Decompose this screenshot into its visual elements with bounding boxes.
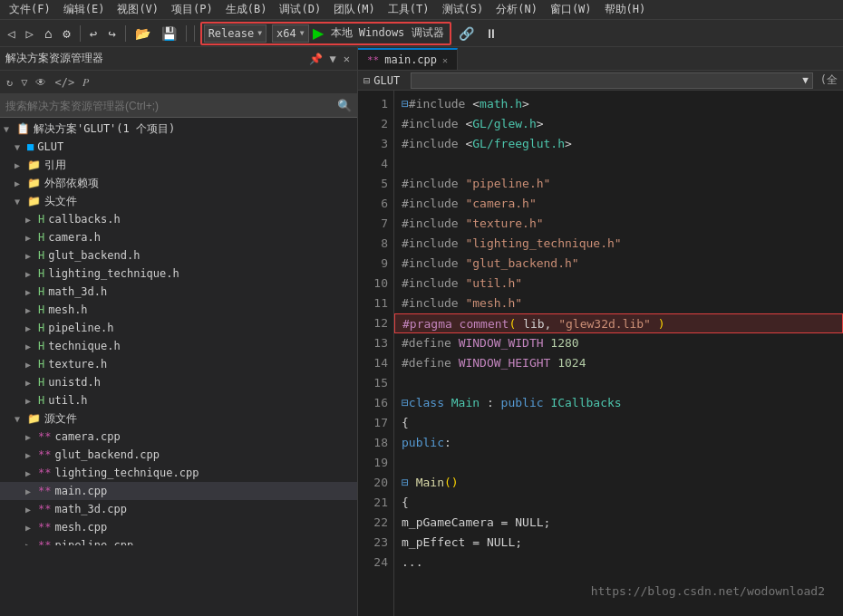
build-config-dropdown[interactable]: Release ▼ bbox=[204, 24, 266, 43]
code-editor: 123456789101112131415161718192021222324 … bbox=[358, 91, 843, 616]
filter-icon[interactable]: ▽ bbox=[18, 75, 30, 90]
toolbar-redo[interactable]: ↪ bbox=[104, 24, 119, 43]
code-line-7: #include "texture.h" bbox=[394, 214, 843, 234]
toolbar-config[interactable]: ⚙ bbox=[59, 24, 73, 43]
search-input[interactable] bbox=[5, 100, 337, 112]
sync-icon[interactable]: ↻ bbox=[4, 75, 15, 90]
toolbar-attach[interactable]: 🔗 bbox=[455, 24, 478, 43]
tab-close-icon[interactable]: ✕ bbox=[442, 55, 448, 65]
menu-build[interactable]: 生成(B) bbox=[220, 0, 273, 19]
tab-filename: main.cpp bbox=[384, 53, 437, 66]
arch-label: x64 bbox=[276, 27, 296, 40]
search-bar: 🔍 bbox=[0, 94, 357, 118]
menu-edit[interactable]: 编辑(E) bbox=[58, 0, 111, 19]
main-cpp-tab[interactable]: ** main.cpp ✕ bbox=[358, 48, 458, 70]
property-icon[interactable]: 𝑃 bbox=[80, 75, 92, 90]
tab-file-icon: ** bbox=[367, 54, 379, 66]
code-line-16: ⊟class Main : public ICallbacks bbox=[394, 393, 843, 413]
menu-project[interactable]: 项目(P) bbox=[166, 0, 218, 19]
code-line-1: ⊟#include <math.h> bbox=[394, 94, 843, 114]
sep3 bbox=[186, 25, 187, 42]
panel-menu-icon[interactable]: ▼ bbox=[328, 52, 338, 66]
code-line-5: #include "pipeline.h" bbox=[394, 174, 843, 194]
arch-dropdown[interactable]: x64 ▼ bbox=[272, 24, 309, 43]
menu-test[interactable]: 测试(S) bbox=[437, 0, 489, 19]
full-label: (全 bbox=[820, 72, 838, 88]
code-line-9: #include "glut_backend.h" bbox=[394, 254, 843, 274]
run-button[interactable]: ▶ bbox=[311, 24, 325, 42]
arch-arrow-icon: ▼ bbox=[300, 29, 305, 37]
project-item[interactable]: ▼■GLUT bbox=[0, 138, 357, 156]
toolbar-save[interactable]: 💾 bbox=[158, 24, 180, 43]
panel-toolbar: ↻ ▽ 👁 </> 𝑃 bbox=[0, 71, 357, 94]
menu-file[interactable]: 文件(F) bbox=[4, 0, 56, 19]
toolbar-pause[interactable]: ⏸ bbox=[481, 24, 501, 43]
code-line-12: #pragma comment( lib, "glew32d.lib" ) bbox=[394, 313, 843, 333]
editor-context: GLUT bbox=[373, 74, 400, 87]
editor-context-bar: ⊟ GLUT ▼ (全 bbox=[358, 71, 843, 91]
menu-debug[interactable]: 调试(D) bbox=[274, 0, 326, 19]
debug-label: 本地 Windows 调试器 bbox=[327, 25, 448, 41]
solution-root-item[interactable]: ▼📋解决方案'GLUT'(1 个项目) bbox=[0, 120, 357, 138]
menu-tools[interactable]: 工具(T) bbox=[383, 0, 435, 19]
dropdown-arrow-icon: ▼ bbox=[802, 74, 809, 86]
build-config-label: Release bbox=[208, 27, 255, 40]
code-line-22: m_pGameCamera = NULL; bbox=[394, 513, 843, 533]
config-arrow-icon: ▼ bbox=[257, 29, 262, 37]
code-line-14: #define WINDOW_HEIGHT 1024 bbox=[394, 353, 843, 373]
code-line-17: { bbox=[394, 413, 843, 433]
toolbar-home[interactable]: ⌂ bbox=[41, 24, 55, 43]
menu-team[interactable]: 团队(M) bbox=[328, 0, 381, 19]
panel-header: 解决方案资源管理器 📌 ▼ ✕ bbox=[0, 47, 357, 71]
code-line-15 bbox=[394, 373, 843, 393]
code-line-2: #include <GL/glew.h> bbox=[394, 114, 843, 134]
code-line-13: #define WINDOW_WIDTH 1280 bbox=[394, 333, 843, 353]
code-line-24: ... bbox=[394, 553, 843, 573]
code-line-8: #include "lighting_technique.h" bbox=[394, 234, 843, 254]
editor-panel: ** main.cpp ✕ ⊟ GLUT ▼ (全 12345678910111… bbox=[358, 47, 843, 616]
editor-context-dropdown[interactable]: ▼ bbox=[411, 72, 813, 89]
code-line-21: { bbox=[394, 493, 843, 513]
code-line-3: #include <GL/freeglut.h> bbox=[394, 134, 843, 154]
line-numbers: 123456789101112131415161718192021222324 bbox=[358, 91, 394, 616]
search-icon[interactable]: 🔍 bbox=[337, 99, 352, 112]
main-layout: 解决方案资源管理器 📌 ▼ ✕ ↻ ▽ 👁 </> 𝑃 🔍 ▼📋解决方案'GLU… bbox=[0, 47, 843, 616]
code-line-10: #include "util.h" bbox=[394, 274, 843, 294]
build-config-section: Release ▼ x64 ▼ ▶ 本地 Windows 调试器 bbox=[200, 22, 451, 45]
glut-icon: ⊟ bbox=[363, 74, 370, 87]
pin-icon[interactable]: 📌 bbox=[307, 52, 325, 66]
panel-title: 解决方案资源管理器 bbox=[5, 51, 103, 66]
menu-analysis[interactable]: 分析(N) bbox=[490, 0, 543, 19]
toolbar-forward[interactable]: ▷ bbox=[22, 24, 36, 43]
code-content[interactable]: ⊟#include <math.h> #include <GL/glew.h> … bbox=[394, 91, 843, 616]
toolbar-undo[interactable]: ↩ bbox=[86, 24, 101, 43]
toolbar-open[interactable]: 📂 bbox=[131, 24, 154, 43]
toolbar-back[interactable]: ◁ bbox=[4, 24, 18, 43]
code-line-11: #include "mesh.h" bbox=[394, 294, 843, 313]
sep1 bbox=[80, 25, 81, 42]
code-line-6: #include "camera.h" bbox=[394, 194, 843, 214]
code-line-23: m_pEffect = NULL; bbox=[394, 533, 843, 553]
menu-window[interactable]: 窗口(W) bbox=[545, 0, 597, 19]
close-panel-icon[interactable]: ✕ bbox=[342, 52, 352, 66]
tab-bar: ** main.cpp ✕ bbox=[358, 47, 843, 71]
panel-icons: 📌 ▼ ✕ bbox=[307, 52, 352, 66]
solution-explorer-panel: 解决方案资源管理器 📌 ▼ ✕ ↻ ▽ 👁 </> 𝑃 🔍 ▼📋解决方案'GLU… bbox=[0, 47, 358, 616]
code-line-20: ⊟ Main() bbox=[394, 473, 843, 493]
main-toolbar: ◁ ▷ ⌂ ⚙ ↩ ↪ 📂 💾 Release ▼ x64 ▼ ▶ 本地 Win… bbox=[0, 20, 843, 47]
tree-items-list bbox=[0, 188, 357, 616]
tree-item-0[interactable]: ▶📁引用 bbox=[0, 156, 357, 174]
menu-view[interactable]: 视图(V) bbox=[111, 0, 164, 19]
code-line-18: public: bbox=[394, 433, 843, 453]
code-line-4 bbox=[394, 154, 843, 174]
dropdown-text bbox=[415, 74, 422, 86]
view-icon[interactable]: 👁 bbox=[33, 75, 49, 90]
sep2 bbox=[125, 25, 126, 42]
menu-bar: 文件(F) 编辑(E) 视图(V) 项目(P) 生成(B) 调试(D) 团队(M… bbox=[0, 0, 843, 20]
code-line-19 bbox=[394, 453, 843, 473]
sep4 bbox=[194, 25, 195, 42]
code-icon[interactable]: </> bbox=[52, 75, 77, 90]
menu-help[interactable]: 帮助(H) bbox=[599, 0, 652, 19]
